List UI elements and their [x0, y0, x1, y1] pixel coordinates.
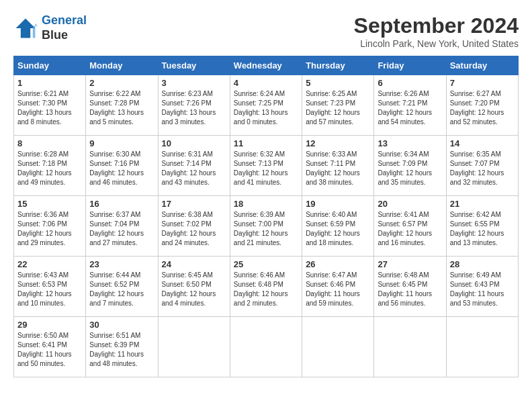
calendar-table: SundayMondayTuesdayWednesdayThursdayFrid… — [13, 56, 519, 377]
day-info: Sunrise: 6:32 AMSunset: 7:13 PMDaylight:… — [234, 150, 298, 187]
day-number: 9 — [89, 138, 154, 148]
logo: General Blue — [13, 13, 87, 42]
day-info: Sunrise: 6:35 AMSunset: 7:07 PMDaylight:… — [450, 150, 515, 187]
calendar-cell: 2 Sunrise: 6:22 AMSunset: 7:28 PMDayligh… — [86, 75, 158, 136]
calendar-cell: 14 Sunrise: 6:35 AMSunset: 7:07 PMDaylig… — [446, 136, 518, 196]
day-number: 6 — [378, 78, 442, 88]
logo-line2: Blue — [42, 28, 87, 43]
day-info: Sunrise: 6:36 AMSunset: 7:06 PMDaylight:… — [17, 210, 82, 248]
day-info: Sunrise: 6:51 AMSunset: 6:39 PMDaylight:… — [89, 331, 154, 369]
day-number: 20 — [378, 199, 442, 209]
day-number: 29 — [17, 320, 82, 330]
day-info: Sunrise: 6:26 AMSunset: 7:21 PMDaylight:… — [378, 89, 442, 127]
day-number: 25 — [234, 259, 298, 269]
calendar-cell: 17 Sunrise: 6:38 AMSunset: 7:02 PMDaylig… — [158, 196, 230, 257]
calendar-cell: 10 Sunrise: 6:31 AMSunset: 7:14 PMDaylig… — [158, 136, 230, 196]
day-info: Sunrise: 6:43 AMSunset: 6:53 PMDaylight:… — [17, 271, 82, 308]
day-info: Sunrise: 6:31 AMSunset: 7:14 PMDaylight:… — [162, 150, 226, 187]
day-info: Sunrise: 6:23 AMSunset: 7:26 PMDaylight:… — [162, 89, 226, 127]
day-number: 1 — [17, 78, 82, 88]
day-number: 27 — [378, 259, 442, 269]
day-number: 26 — [306, 259, 370, 269]
day-number: 28 — [450, 259, 515, 269]
day-number: 11 — [234, 138, 298, 148]
day-info: Sunrise: 6:22 AMSunset: 7:28 PMDaylight:… — [89, 89, 154, 127]
day-number: 8 — [17, 138, 82, 148]
day-number: 18 — [234, 199, 298, 209]
day-info: Sunrise: 6:25 AMSunset: 7:23 PMDaylight:… — [306, 89, 370, 127]
day-number: 5 — [306, 78, 370, 88]
calendar-cell: 26 Sunrise: 6:47 AMSunset: 6:46 PMDaylig… — [302, 257, 374, 317]
day-number: 13 — [378, 138, 442, 148]
day-info: Sunrise: 6:48 AMSunset: 6:45 PMDaylight:… — [378, 271, 442, 308]
day-number: 15 — [17, 199, 82, 209]
calendar-cell — [158, 317, 230, 377]
calendar-cell — [374, 317, 446, 377]
calendar-cell: 4 Sunrise: 6:24 AMSunset: 7:25 PMDayligh… — [230, 75, 302, 136]
month-year-title: September 2024 — [354, 13, 519, 38]
calendar-cell: 29 Sunrise: 6:50 AMSunset: 6:41 PMDaylig… — [14, 317, 86, 377]
calendar-cell: 6 Sunrise: 6:26 AMSunset: 7:21 PMDayligh… — [374, 75, 446, 136]
day-info: Sunrise: 6:47 AMSunset: 6:46 PMDaylight:… — [306, 271, 370, 308]
day-number: 7 — [450, 78, 515, 88]
calendar-cell: 7 Sunrise: 6:27 AMSunset: 7:20 PMDayligh… — [446, 75, 518, 136]
calendar-cell: 22 Sunrise: 6:43 AMSunset: 6:53 PMDaylig… — [14, 257, 86, 317]
day-info: Sunrise: 6:27 AMSunset: 7:20 PMDaylight:… — [450, 89, 515, 127]
day-number: 22 — [17, 259, 82, 269]
calendar-cell: 1 Sunrise: 6:21 AMSunset: 7:30 PMDayligh… — [14, 75, 86, 136]
day-number: 4 — [234, 78, 298, 88]
calendar-cell: 15 Sunrise: 6:36 AMSunset: 7:06 PMDaylig… — [14, 196, 86, 257]
day-info: Sunrise: 6:44 AMSunset: 6:52 PMDaylight:… — [89, 271, 154, 308]
calendar-cell: 12 Sunrise: 6:33 AMSunset: 7:11 PMDaylig… — [302, 136, 374, 196]
weekday-header-row: SundayMondayTuesdayWednesdayThursdayFrid… — [14, 56, 519, 75]
calendar-cell: 25 Sunrise: 6:46 AMSunset: 6:48 PMDaylig… — [230, 257, 302, 317]
day-info: Sunrise: 6:39 AMSunset: 7:00 PMDaylight:… — [234, 210, 298, 248]
logo-icon — [13, 16, 38, 40]
calendar-cell: 18 Sunrise: 6:39 AMSunset: 7:00 PMDaylig… — [230, 196, 302, 257]
logo-line1: General — [42, 13, 87, 27]
day-info: Sunrise: 6:24 AMSunset: 7:25 PMDaylight:… — [234, 89, 298, 127]
day-number: 19 — [306, 199, 370, 209]
weekday-header-sunday: Sunday — [14, 56, 86, 75]
day-number: 23 — [89, 259, 154, 269]
weekday-header-wednesday: Wednesday — [230, 56, 302, 75]
day-info: Sunrise: 6:33 AMSunset: 7:11 PMDaylight:… — [306, 150, 370, 187]
calendar-cell: 30 Sunrise: 6:51 AMSunset: 6:39 PMDaylig… — [86, 317, 158, 377]
svg-marker-0 — [16, 18, 36, 38]
day-number: 12 — [306, 138, 370, 148]
day-info: Sunrise: 6:46 AMSunset: 6:48 PMDaylight:… — [234, 271, 298, 308]
weekday-header-saturday: Saturday — [446, 56, 518, 75]
weekday-header-thursday: Thursday — [302, 56, 374, 75]
day-number: 3 — [162, 78, 226, 88]
title-block: September 2024 Lincoln Park, New York, U… — [354, 13, 519, 49]
day-number: 16 — [89, 199, 154, 209]
day-info: Sunrise: 6:30 AMSunset: 7:16 PMDaylight:… — [89, 150, 154, 187]
day-number: 14 — [450, 138, 515, 148]
calendar-cell: 23 Sunrise: 6:44 AMSunset: 6:52 PMDaylig… — [86, 257, 158, 317]
day-info: Sunrise: 6:34 AMSunset: 7:09 PMDaylight:… — [378, 150, 442, 187]
weekday-header-monday: Monday — [86, 56, 158, 75]
day-info: Sunrise: 6:41 AMSunset: 6:57 PMDaylight:… — [378, 210, 442, 248]
week-row-4: 22 Sunrise: 6:43 AMSunset: 6:53 PMDaylig… — [14, 257, 519, 317]
calendar-cell — [302, 317, 374, 377]
day-info: Sunrise: 6:49 AMSunset: 6:43 PMDaylight:… — [450, 271, 515, 308]
calendar-cell: 24 Sunrise: 6:45 AMSunset: 6:50 PMDaylig… — [158, 257, 230, 317]
calendar-cell: 16 Sunrise: 6:37 AMSunset: 7:04 PMDaylig… — [86, 196, 158, 257]
week-row-5: 29 Sunrise: 6:50 AMSunset: 6:41 PMDaylig… — [14, 317, 519, 377]
day-number: 21 — [450, 199, 515, 209]
day-number: 10 — [162, 138, 226, 148]
day-number: 17 — [162, 199, 226, 209]
day-number: 24 — [162, 259, 226, 269]
day-info: Sunrise: 6:45 AMSunset: 6:50 PMDaylight:… — [162, 271, 226, 308]
day-info: Sunrise: 6:21 AMSunset: 7:30 PMDaylight:… — [17, 89, 82, 127]
calendar-cell: 21 Sunrise: 6:42 AMSunset: 6:55 PMDaylig… — [446, 196, 518, 257]
day-info: Sunrise: 6:28 AMSunset: 7:18 PMDaylight:… — [17, 150, 82, 187]
calendar-cell: 3 Sunrise: 6:23 AMSunset: 7:26 PMDayligh… — [158, 75, 230, 136]
week-row-2: 8 Sunrise: 6:28 AMSunset: 7:18 PMDayligh… — [14, 136, 519, 196]
day-number: 30 — [89, 320, 154, 330]
calendar-cell: 5 Sunrise: 6:25 AMSunset: 7:23 PMDayligh… — [302, 75, 374, 136]
calendar-cell — [446, 317, 518, 377]
weekday-header-friday: Friday — [374, 56, 446, 75]
calendar-cell: 8 Sunrise: 6:28 AMSunset: 7:18 PMDayligh… — [14, 136, 86, 196]
day-info: Sunrise: 6:38 AMSunset: 7:02 PMDaylight:… — [162, 210, 226, 248]
